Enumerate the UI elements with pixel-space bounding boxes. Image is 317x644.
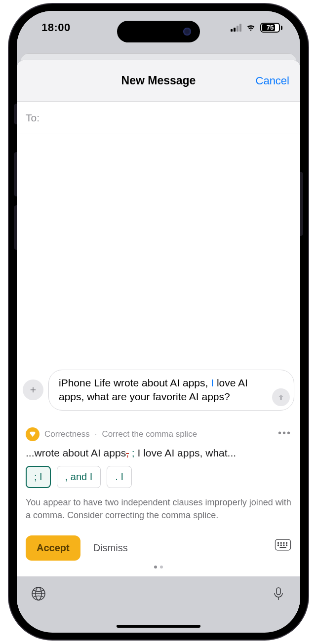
keyboard-icon <box>275 538 291 551</box>
separator-dot: · <box>95 429 97 439</box>
grammar-category: Correctness <box>44 429 90 439</box>
chip-and[interactable]: , and I <box>57 466 101 488</box>
dictate-button[interactable] <box>271 586 286 604</box>
phone-frame: 18:00 75 New Message Cancel <box>9 4 308 640</box>
svg-point-8 <box>286 545 287 546</box>
screen: 18:00 75 New Message Cancel <box>17 11 300 633</box>
to-label: To: <box>26 112 40 124</box>
suggestion-chips: ; I , and I . I <box>26 466 291 488</box>
sheet-header: New Message Cancel <box>17 60 300 102</box>
grammar-explanation: You appear to have two independent claus… <box>26 496 291 522</box>
show-keyboard-button[interactable] <box>275 538 291 553</box>
keyboard-toolbar <box>17 576 300 613</box>
svg-point-2 <box>280 542 281 543</box>
to-field[interactable]: To: <box>17 102 300 134</box>
battery-percent: 75 <box>267 24 274 31</box>
compose-sheet: New Message Cancel To: iPhone Life wrote… <box>17 60 300 613</box>
grammar-title: Correct the comma splice <box>102 429 197 439</box>
globe-button[interactable] <box>31 586 46 604</box>
arrow-up-icon <box>277 393 285 401</box>
sentence-lead: ...wrote about AI apps <box>26 447 126 458</box>
grammar-actions: Accept Dismiss <box>26 535 291 561</box>
cell-signal-icon <box>231 24 241 32</box>
status-time: 18:00 <box>41 21 71 34</box>
grammar-header: Correctness · Correct the comma splice •… <box>26 427 291 441</box>
svg-point-4 <box>286 542 287 543</box>
more-options-button[interactable]: ••• <box>278 427 291 439</box>
wifi-icon <box>245 22 256 33</box>
message-input[interactable]: iPhone Life wrote about AI apps, I love … <box>48 370 294 411</box>
home-indicator[interactable] <box>117 625 200 628</box>
sheet-title: New Message <box>121 74 196 87</box>
compose-row: iPhone Life wrote about AI apps, I love … <box>17 366 300 419</box>
svg-point-6 <box>280 545 281 546</box>
plus-icon <box>29 385 38 394</box>
grammar-panel: Correctness · Correct the comma splice •… <box>17 419 300 576</box>
svg-rect-0 <box>275 539 290 550</box>
microphone-icon <box>271 586 286 602</box>
dismiss-button[interactable]: Dismiss <box>93 542 128 554</box>
chip-semicolon[interactable]: ; I <box>26 466 51 488</box>
message-text-before: iPhone Life wrote about AI apps, <box>59 377 211 388</box>
cancel-button[interactable]: Cancel <box>256 75 289 87</box>
svg-point-3 <box>283 542 284 543</box>
status-icons: 75 <box>231 22 282 33</box>
thread-area <box>17 134 300 366</box>
svg-rect-13 <box>277 588 280 595</box>
svg-point-1 <box>277 542 278 543</box>
grammar-sentence: ...wrote about AI apps, ; I love AI apps… <box>26 447 291 459</box>
svg-point-7 <box>283 545 284 546</box>
send-button[interactable] <box>272 388 290 406</box>
page-dots <box>26 566 291 568</box>
svg-point-5 <box>277 545 278 546</box>
chip-period[interactable]: . I <box>107 466 132 488</box>
sentence-insert: ; <box>129 447 138 458</box>
sentence-tail: I love AI apps, what... <box>138 447 237 458</box>
battery-icon: 75 <box>260 23 282 33</box>
accept-button[interactable]: Accept <box>26 535 80 561</box>
sentence-strike: , <box>126 447 129 458</box>
premium-badge-icon <box>26 427 40 441</box>
globe-icon <box>31 586 46 602</box>
dynamic-island <box>117 21 200 42</box>
front-camera-icon <box>183 28 191 36</box>
add-attachment-button[interactable] <box>23 379 43 400</box>
